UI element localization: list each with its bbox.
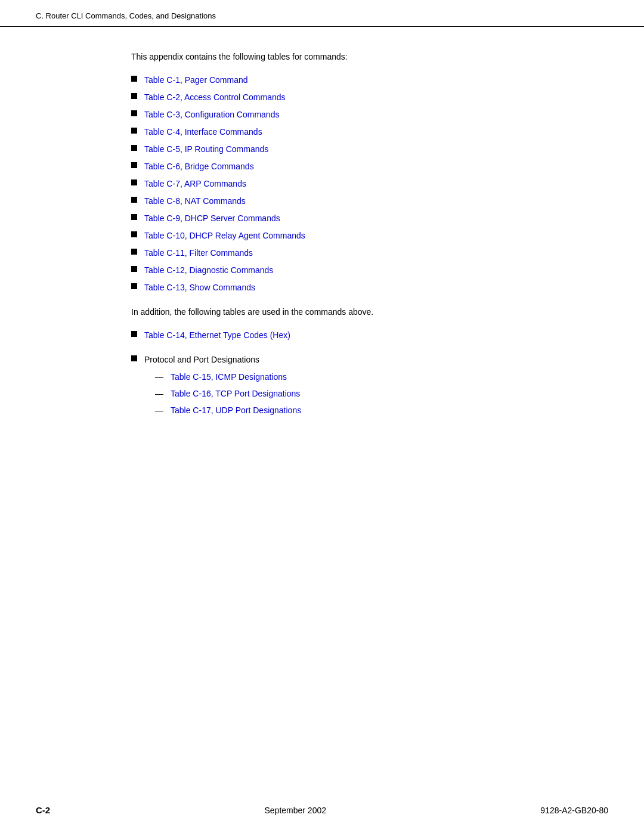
bullet-icon	[131, 179, 137, 185]
list-item: Table C-2, Access Control Commands	[131, 91, 513, 104]
table-link-c12[interactable]: Table C-12, Diagnostic Commands	[144, 264, 273, 277]
dash-icon: —	[155, 371, 167, 383]
table-link-c6[interactable]: Table C-6, Bridge Commands	[144, 160, 254, 173]
bullet-icon	[131, 93, 137, 99]
table-link-c1[interactable]: Table C-1, Pager Command	[144, 74, 248, 86]
header-text: C. Router CLI Commands, Codes, and Desig…	[36, 11, 216, 20]
bullet-icon	[131, 283, 137, 289]
list-item: Table C-1, Pager Command	[131, 74, 513, 86]
page-footer: C-2 September 2002 9128-A2-GB20-80	[0, 805, 644, 815]
bullet-icon	[131, 266, 137, 272]
list-item: Table C-3, Configuration Commands	[131, 109, 513, 121]
table-link-c2[interactable]: Table C-2, Access Control Commands	[144, 91, 286, 104]
table-link-c9[interactable]: Table C-9, DHCP Server Commands	[144, 212, 280, 225]
protocol-label: Protocol and Port Designations	[144, 354, 259, 366]
table-link-c13[interactable]: Table C-13, Show Commands	[144, 281, 255, 294]
footer-date: September 2002	[265, 806, 327, 815]
table-link-c3[interactable]: Table C-3, Configuration Commands	[144, 109, 279, 121]
sub-list-item: —Table C-15, ICMP Designations	[155, 371, 513, 383]
footer-page-number: C-2	[36, 805, 50, 815]
table-link-c7[interactable]: Table C-7, ARP Commands	[144, 178, 246, 190]
list-item: Table C-10, DHCP Relay Agent Commands	[131, 230, 513, 242]
bullet-icon	[131, 231, 137, 237]
table-link-c11[interactable]: Table C-11, Filter Commands	[144, 247, 253, 259]
bullet-icon	[131, 162, 137, 168]
footer-doc-number: 9128-A2-GB20-80	[540, 806, 608, 815]
list-item: Table C-14, Ethernet Type Codes (Hex)	[131, 329, 513, 342]
protocol-section: Protocol and Port Designations —Table C-…	[131, 354, 513, 417]
table-link-c4[interactable]: Table C-4, Interface Commands	[144, 126, 262, 138]
bullet-icon	[131, 214, 137, 220]
sub-list-item: —Table C-16, TCP Port Designations	[155, 388, 513, 400]
table-link-c5[interactable]: Table C-5, IP Routing Commands	[144, 143, 268, 156]
dash-icon: —	[155, 404, 167, 417]
list-item: Table C-7, ARP Commands	[131, 178, 513, 190]
list-item: Table C-13, Show Commands	[131, 281, 513, 294]
bullet-icon	[131, 145, 137, 151]
bullet-icon	[131, 110, 137, 116]
intro-text: This appendix contains the following tab…	[131, 51, 513, 63]
additional-link-list: Table C-14, Ethernet Type Codes (Hex)	[131, 329, 513, 342]
page-container: C. Router CLI Commands, Codes, and Desig…	[0, 0, 644, 833]
sub-link-list: —Table C-15, ICMP Designations—Table C-1…	[155, 371, 513, 417]
table-link-c8[interactable]: Table C-8, NAT Commands	[144, 195, 246, 208]
table-link-c10[interactable]: Table C-10, DHCP Relay Agent Commands	[144, 230, 305, 242]
dash-icon: —	[155, 388, 167, 400]
bullet-icon	[131, 331, 137, 337]
list-item: Table C-8, NAT Commands	[131, 195, 513, 208]
sub-list-item: —Table C-17, UDP Port Designations	[155, 404, 513, 417]
protocol-item: Protocol and Port Designations	[131, 354, 513, 366]
addition-text: In addition, the following tables are us…	[131, 306, 513, 318]
bullet-icon	[131, 197, 137, 203]
list-item: Table C-6, Bridge Commands	[131, 160, 513, 173]
bullet-icon	[131, 76, 137, 82]
bullet-icon	[131, 128, 137, 134]
list-item: Table C-12, Diagnostic Commands	[131, 264, 513, 277]
page-header: C. Router CLI Commands, Codes, and Desig…	[0, 0, 644, 27]
table-link-c17[interactable]: Table C-17, UDP Port Designations	[171, 404, 301, 417]
main-content: This appendix contains the following tab…	[0, 27, 644, 476]
bullet-link-list: Table C-1, Pager CommandTable C-2, Acces…	[131, 74, 513, 294]
bullet-icon	[131, 249, 137, 255]
list-item: Table C-4, Interface Commands	[131, 126, 513, 138]
bullet-icon	[131, 355, 137, 361]
table-link-c16[interactable]: Table C-16, TCP Port Designations	[171, 388, 300, 400]
list-item: Table C-11, Filter Commands	[131, 247, 513, 259]
list-item: Table C-5, IP Routing Commands	[131, 143, 513, 156]
table-link-c15[interactable]: Table C-15, ICMP Designations	[171, 371, 287, 383]
table-link-c14[interactable]: Table C-14, Ethernet Type Codes (Hex)	[144, 329, 290, 342]
list-item: Table C-9, DHCP Server Commands	[131, 212, 513, 225]
